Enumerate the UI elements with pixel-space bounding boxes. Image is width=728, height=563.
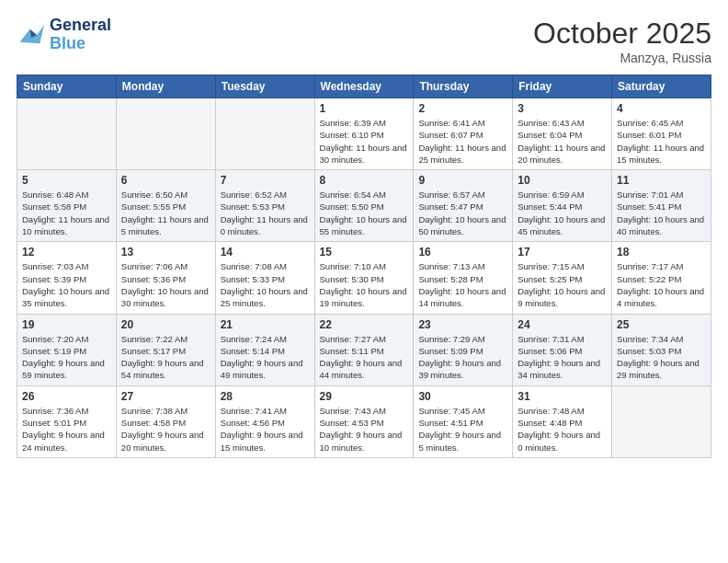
weekday-header-friday: Friday bbox=[513, 75, 612, 98]
day-cell-23: 23Sunrise: 7:29 AM Sunset: 5:09 PM Dayli… bbox=[414, 314, 513, 385]
day-cell-5: 5Sunrise: 6:48 AM Sunset: 5:58 PM Daylig… bbox=[17, 170, 117, 242]
day-number: 9 bbox=[418, 174, 507, 187]
logo: General Blue bbox=[17, 17, 111, 53]
day-cell-29: 29Sunrise: 7:43 AM Sunset: 4:53 PM Dayli… bbox=[314, 385, 414, 457]
calendar-table: SundayMondayTuesdayWednesdayThursdayFrid… bbox=[17, 75, 711, 458]
day-number: 11 bbox=[617, 174, 706, 187]
day-number: 26 bbox=[22, 390, 111, 403]
day-info: Sunrise: 6:45 AM Sunset: 6:01 PM Dayligh… bbox=[617, 117, 706, 166]
week-row-2: 5Sunrise: 6:48 AM Sunset: 5:58 PM Daylig… bbox=[17, 170, 711, 242]
day-number: 4 bbox=[617, 102, 706, 115]
day-cell-6: 6Sunrise: 6:50 AM Sunset: 5:55 PM Daylig… bbox=[116, 170, 215, 242]
day-cell-13: 13Sunrise: 7:06 AM Sunset: 5:36 PM Dayli… bbox=[116, 242, 215, 314]
day-info: Sunrise: 7:48 AM Sunset: 4:48 PM Dayligh… bbox=[518, 405, 607, 454]
day-number: 29 bbox=[320, 390, 409, 403]
day-info: Sunrise: 7:20 AM Sunset: 5:19 PM Dayligh… bbox=[22, 333, 111, 382]
day-number: 1 bbox=[320, 102, 409, 115]
day-number: 3 bbox=[518, 102, 607, 115]
day-info: Sunrise: 7:31 AM Sunset: 5:06 PM Dayligh… bbox=[518, 333, 607, 382]
day-cell-26: 26Sunrise: 7:36 AM Sunset: 5:01 PM Dayli… bbox=[17, 385, 117, 457]
day-number: 6 bbox=[121, 174, 210, 187]
day-cell-10: 10Sunrise: 6:59 AM Sunset: 5:44 PM Dayli… bbox=[513, 170, 612, 242]
day-number: 22 bbox=[320, 318, 409, 331]
day-info: Sunrise: 7:15 AM Sunset: 5:25 PM Dayligh… bbox=[518, 260, 607, 309]
day-cell-3: 3Sunrise: 6:43 AM Sunset: 6:04 PM Daylig… bbox=[513, 98, 612, 170]
day-number: 7 bbox=[221, 174, 310, 187]
day-number: 2 bbox=[418, 102, 507, 115]
page: General Blue October 2025 Manzya, Russia… bbox=[0, 0, 728, 467]
day-number: 19 bbox=[22, 318, 111, 331]
day-cell-25: 25Sunrise: 7:34 AM Sunset: 5:03 PM Dayli… bbox=[612, 314, 711, 385]
day-info: Sunrise: 7:06 AM Sunset: 5:36 PM Dayligh… bbox=[121, 260, 210, 309]
day-cell-22: 22Sunrise: 7:27 AM Sunset: 5:11 PM Dayli… bbox=[314, 314, 414, 385]
day-cell-31: 31Sunrise: 7:48 AM Sunset: 4:48 PM Dayli… bbox=[513, 385, 612, 457]
day-info: Sunrise: 6:43 AM Sunset: 6:04 PM Dayligh… bbox=[518, 117, 607, 166]
weekday-header-saturday: Saturday bbox=[612, 75, 711, 98]
day-cell-20: 20Sunrise: 7:22 AM Sunset: 5:17 PM Dayli… bbox=[116, 314, 215, 385]
weekday-header-tuesday: Tuesday bbox=[215, 75, 314, 98]
logo-general: General bbox=[50, 17, 111, 35]
day-info: Sunrise: 7:34 AM Sunset: 5:03 PM Dayligh… bbox=[617, 333, 706, 382]
logo-blue: Blue bbox=[50, 35, 111, 53]
week-row-1: 1Sunrise: 6:39 AM Sunset: 6:10 PM Daylig… bbox=[17, 98, 711, 170]
day-info: Sunrise: 6:48 AM Sunset: 5:58 PM Dayligh… bbox=[22, 189, 111, 237]
logo-icon bbox=[17, 22, 46, 48]
day-number: 8 bbox=[320, 174, 409, 187]
day-info: Sunrise: 6:54 AM Sunset: 5:50 PM Dayligh… bbox=[320, 189, 409, 237]
day-number: 24 bbox=[518, 318, 607, 331]
day-info: Sunrise: 6:59 AM Sunset: 5:44 PM Dayligh… bbox=[518, 189, 607, 237]
day-cell-7: 7Sunrise: 6:52 AM Sunset: 5:53 PM Daylig… bbox=[215, 170, 314, 242]
day-cell-16: 16Sunrise: 7:13 AM Sunset: 5:28 PM Dayli… bbox=[414, 242, 513, 314]
day-cell-12: 12Sunrise: 7:03 AM Sunset: 5:39 PM Dayli… bbox=[17, 242, 117, 314]
day-cell-2: 2Sunrise: 6:41 AM Sunset: 6:07 PM Daylig… bbox=[414, 98, 513, 170]
day-number: 28 bbox=[221, 390, 310, 403]
day-number: 27 bbox=[121, 390, 210, 403]
day-info: Sunrise: 7:03 AM Sunset: 5:39 PM Dayligh… bbox=[22, 260, 111, 309]
day-number: 25 bbox=[617, 318, 706, 331]
day-number: 18 bbox=[617, 246, 706, 259]
empty-cell bbox=[612, 385, 711, 457]
day-number: 23 bbox=[418, 318, 507, 331]
title-block: October 2025 Manzya, Russia bbox=[533, 17, 711, 65]
day-info: Sunrise: 7:43 AM Sunset: 4:53 PM Dayligh… bbox=[320, 405, 409, 454]
day-number: 20 bbox=[121, 318, 210, 331]
day-info: Sunrise: 7:17 AM Sunset: 5:22 PM Dayligh… bbox=[617, 260, 706, 309]
weekday-header-monday: Monday bbox=[116, 75, 215, 98]
day-cell-14: 14Sunrise: 7:08 AM Sunset: 5:33 PM Dayli… bbox=[215, 242, 314, 314]
day-cell-4: 4Sunrise: 6:45 AM Sunset: 6:01 PM Daylig… bbox=[612, 98, 711, 170]
weekday-header-sunday: Sunday bbox=[17, 75, 117, 98]
day-number: 21 bbox=[221, 318, 310, 331]
location: Manzya, Russia bbox=[533, 51, 711, 65]
month-title: October 2025 bbox=[533, 17, 711, 51]
day-cell-28: 28Sunrise: 7:41 AM Sunset: 4:56 PM Dayli… bbox=[215, 385, 314, 457]
day-info: Sunrise: 6:57 AM Sunset: 5:47 PM Dayligh… bbox=[418, 189, 507, 237]
day-cell-17: 17Sunrise: 7:15 AM Sunset: 5:25 PM Dayli… bbox=[513, 242, 612, 314]
day-info: Sunrise: 7:01 AM Sunset: 5:41 PM Dayligh… bbox=[617, 189, 706, 237]
header: General Blue October 2025 Manzya, Russia bbox=[17, 17, 711, 65]
empty-cell bbox=[17, 98, 117, 170]
day-cell-1: 1Sunrise: 6:39 AM Sunset: 6:10 PM Daylig… bbox=[314, 98, 414, 170]
day-cell-18: 18Sunrise: 7:17 AM Sunset: 5:22 PM Dayli… bbox=[612, 242, 711, 314]
day-info: Sunrise: 6:50 AM Sunset: 5:55 PM Dayligh… bbox=[121, 189, 210, 237]
day-cell-9: 9Sunrise: 6:57 AM Sunset: 5:47 PM Daylig… bbox=[414, 170, 513, 242]
day-number: 12 bbox=[22, 246, 111, 259]
day-number: 13 bbox=[121, 246, 210, 259]
day-number: 16 bbox=[418, 246, 507, 259]
day-info: Sunrise: 6:41 AM Sunset: 6:07 PM Dayligh… bbox=[418, 117, 507, 166]
weekday-header-row: SundayMondayTuesdayWednesdayThursdayFrid… bbox=[17, 75, 711, 98]
weekday-header-wednesday: Wednesday bbox=[314, 75, 414, 98]
weekday-header-thursday: Thursday bbox=[414, 75, 513, 98]
day-number: 14 bbox=[221, 246, 310, 259]
day-cell-15: 15Sunrise: 7:10 AM Sunset: 5:30 PM Dayli… bbox=[314, 242, 414, 314]
week-row-5: 26Sunrise: 7:36 AM Sunset: 5:01 PM Dayli… bbox=[17, 385, 711, 457]
day-cell-30: 30Sunrise: 7:45 AM Sunset: 4:51 PM Dayli… bbox=[414, 385, 513, 457]
day-cell-8: 8Sunrise: 6:54 AM Sunset: 5:50 PM Daylig… bbox=[314, 170, 414, 242]
day-info: Sunrise: 7:24 AM Sunset: 5:14 PM Dayligh… bbox=[221, 333, 310, 382]
week-row-4: 19Sunrise: 7:20 AM Sunset: 5:19 PM Dayli… bbox=[17, 314, 711, 385]
day-info: Sunrise: 7:38 AM Sunset: 4:58 PM Dayligh… bbox=[121, 405, 210, 454]
day-cell-19: 19Sunrise: 7:20 AM Sunset: 5:19 PM Dayli… bbox=[17, 314, 117, 385]
day-info: Sunrise: 6:52 AM Sunset: 5:53 PM Dayligh… bbox=[221, 189, 310, 237]
day-number: 10 bbox=[518, 174, 607, 187]
day-info: Sunrise: 7:36 AM Sunset: 5:01 PM Dayligh… bbox=[22, 405, 111, 454]
day-number: 17 bbox=[518, 246, 607, 259]
